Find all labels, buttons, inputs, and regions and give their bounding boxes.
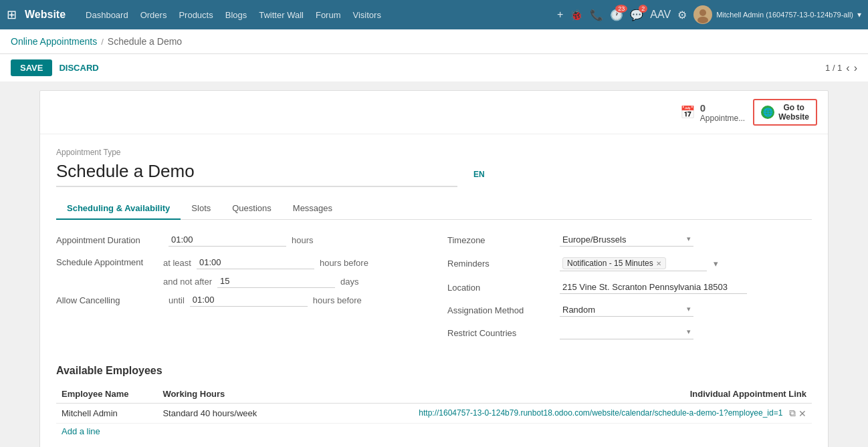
- nav-dashboard[interactable]: Dashboard: [86, 10, 128, 20]
- location-row: Location: [447, 281, 812, 294]
- chat-icon[interactable]: 💬 2: [630, 9, 643, 21]
- location-input[interactable]: [560, 281, 747, 294]
- bug-icon[interactable]: 🐞: [570, 9, 583, 21]
- nav-twitter-wall[interactable]: Twitter Wall: [259, 10, 304, 20]
- fields-grid: Appointment Duration hours Schedule Appo…: [56, 233, 812, 349]
- copy-link-button[interactable]: ⧉: [789, 408, 796, 419]
- cancel-value-input[interactable]: [190, 293, 308, 307]
- nav-links: Dashboard Orders Products Blogs Twitter …: [86, 10, 557, 20]
- stat-info: 0 Appointme...: [700, 102, 745, 123]
- nav-orders[interactable]: Orders: [140, 10, 167, 20]
- form-body: Appointment Type Schedule a Demo EN Sche…: [40, 134, 828, 447]
- reminders-label: Reminders: [447, 259, 554, 269]
- phone-icon[interactable]: 📞: [590, 9, 603, 21]
- left-column: Appointment Duration hours Schedule Appo…: [56, 233, 421, 349]
- user-menu[interactable]: Mitchell Admin (1604757-13-0-124b79-all)…: [693, 5, 861, 24]
- appointment-link[interactable]: http://1604757-13-0-124b79.runbot18.odoo…: [419, 408, 782, 418]
- assignation-label: Assignation Method: [447, 305, 554, 315]
- globe-icon: 🌐: [761, 106, 774, 119]
- nav-forum[interactable]: Forum: [316, 10, 341, 20]
- employees-table: Employee Name Working Hours Individual A…: [56, 385, 812, 424]
- chat-badge: 2: [639, 5, 647, 13]
- appointment-duration-label: Appointment Duration: [56, 235, 163, 245]
- breadcrumb-current: Schedule a Demo: [108, 36, 182, 47]
- reminders-tag-input[interactable]: Notification - 15 Minutes ✕: [560, 256, 707, 271]
- form-title[interactable]: Schedule a Demo: [56, 161, 457, 187]
- tab-questions[interactable]: Questions: [221, 198, 282, 220]
- grid-icon[interactable]: ⊞: [7, 7, 17, 22]
- employees-section-title: Available Employees: [56, 365, 812, 377]
- schedule-atleast-row: at least hours before: [163, 256, 368, 269]
- top-navigation: ⊞ Website Dashboard Orders Products Blog…: [0, 0, 868, 29]
- tab-messages[interactable]: Messages: [282, 198, 343, 220]
- table-row: Mitchell Admin Standard 40 hours/week ht…: [56, 404, 812, 424]
- settings-icon[interactable]: ⚙: [677, 9, 687, 21]
- tab-slots[interactable]: Slots: [181, 198, 221, 220]
- lang-badge[interactable]: EN: [473, 170, 485, 179]
- assignation-row: Assignation Method Random: [447, 303, 812, 317]
- action-bar-left: SAVE DISCARD: [11, 59, 99, 76]
- appointment-link-cell: http://1604757-13-0-124b79.runbot18.odoo…: [294, 404, 812, 424]
- right-column: Timezone Europe/Brussels Reminders Not: [447, 233, 812, 349]
- restrict-countries-row: Restrict Countries: [447, 326, 812, 339]
- notafter-unit: days: [340, 277, 358, 287]
- assignation-select[interactable]: Random: [560, 303, 693, 317]
- breadcrumb-separator: /: [101, 37, 104, 47]
- notafter-prefix: and not after: [163, 277, 212, 287]
- allow-cancelling-row: Allow Cancelling until hours before: [56, 293, 421, 307]
- reminders-row: Reminders Notification - 15 Minutes ✕ ▾: [447, 256, 812, 271]
- nav-visitors[interactable]: Visitors: [353, 10, 381, 20]
- timezone-select-wrapper: Europe/Brussels: [560, 233, 693, 247]
- schedule-sub-rows: at least hours before and not after days: [163, 256, 368, 288]
- go-to-website-button[interactable]: 🌐 Go to Website: [753, 99, 817, 126]
- employees-table-header: Employee Name Working Hours Individual A…: [56, 385, 812, 404]
- user-name: Mitchell Admin (1604757-13-0-124b79-all): [716, 11, 853, 19]
- col-working-hours: Working Hours: [157, 385, 294, 404]
- tabs: Scheduling & Availability Slots Question…: [56, 198, 812, 220]
- pagination: 1 / 1 ‹ ›: [825, 62, 857, 74]
- nav-blogs[interactable]: Blogs: [225, 10, 247, 20]
- breadcrumb: Online Appointments / Schedule a Demo: [0, 29, 868, 54]
- link-actions: ⧉ ✕: [789, 408, 806, 419]
- appointment-duration-unit: hours: [292, 235, 314, 245]
- reminder-tag-label: Notification - 15 Minutes: [567, 259, 653, 268]
- cancel-unit: hours before: [313, 295, 362, 305]
- schedule-prefix: at least: [163, 258, 191, 268]
- save-button[interactable]: SAVE: [11, 59, 52, 76]
- appointment-duration-input[interactable]: [169, 233, 286, 247]
- employees-section: Available Employees Employee Name Workin…: [56, 365, 812, 439]
- add-line-button[interactable]: Add a line: [56, 424, 812, 439]
- col-appointment-link: Individual Appointment Link: [294, 385, 812, 404]
- breadcrumb-parent[interactable]: Online Appointments: [11, 36, 97, 47]
- form-section-label: Appointment Type: [56, 148, 812, 157]
- nav-products[interactable]: Products: [179, 10, 213, 20]
- restrict-countries-select[interactable]: [560, 326, 693, 339]
- tab-scheduling[interactable]: Scheduling & Availability: [56, 198, 181, 220]
- notafter-value-input[interactable]: [217, 275, 335, 288]
- main-content: 📅 0 Appointme... 🌐 Go to Website Appoint…: [0, 82, 868, 447]
- pagination-next[interactable]: ›: [854, 62, 857, 74]
- pagination-prev[interactable]: ‹: [846, 62, 849, 74]
- timezone-select[interactable]: Europe/Brussels: [560, 233, 693, 247]
- discard-button[interactable]: DISCARD: [59, 59, 98, 76]
- avatar: [693, 5, 712, 24]
- assignation-select-wrapper: Random: [560, 303, 693, 317]
- svg-point-2: [697, 17, 708, 23]
- schedule-value-input[interactable]: [197, 256, 314, 269]
- user-group-label[interactable]: AAV: [650, 9, 671, 21]
- content-card: 📅 0 Appointme... 🌐 Go to Website Appoint…: [39, 90, 829, 447]
- schedule-notafter-row: and not after days: [163, 275, 368, 288]
- clock-icon[interactable]: 🕐 23: [610, 9, 623, 21]
- reminder-tag-close[interactable]: ✕: [656, 260, 661, 267]
- location-label: Location: [447, 283, 554, 293]
- timezone-row: Timezone Europe/Brussels: [447, 233, 812, 247]
- stat-label: Appointme...: [700, 114, 745, 123]
- working-hours-cell: Standard 40 hours/week: [157, 404, 294, 424]
- timezone-label: Timezone: [447, 235, 554, 245]
- delete-link-button[interactable]: ✕: [798, 408, 806, 419]
- stat-count: 0: [700, 102, 745, 114]
- employee-name-cell: Mitchell Admin: [56, 404, 157, 424]
- schedule-appointment-label: Schedule Appointment: [56, 256, 163, 267]
- restrict-countries-select-wrapper: [560, 326, 693, 339]
- add-button[interactable]: +: [557, 9, 563, 21]
